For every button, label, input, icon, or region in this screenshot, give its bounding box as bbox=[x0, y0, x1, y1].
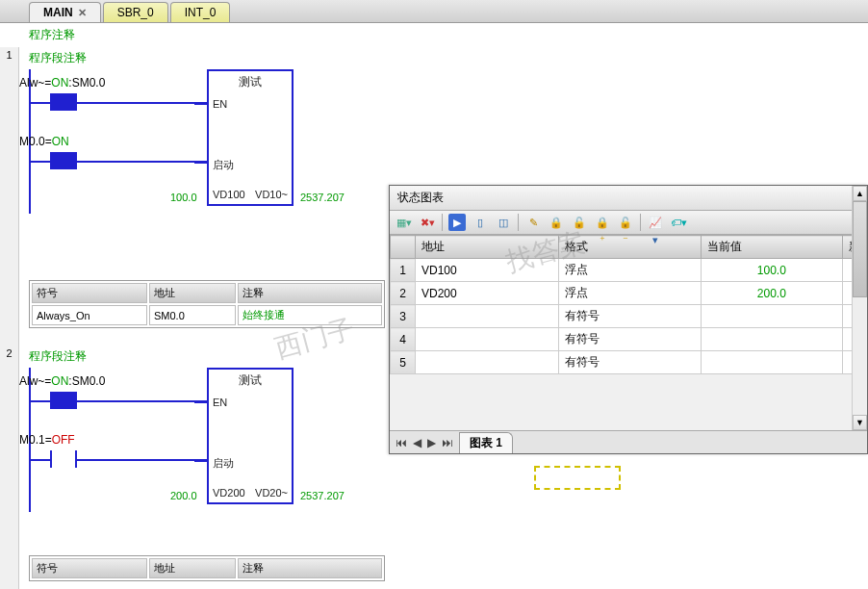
lock-icon[interactable]: 🔒 bbox=[548, 214, 565, 231]
program-tabs: MAIN ✕ SBR_0 INT_0 bbox=[0, 0, 868, 23]
symbol-table[interactable]: 符号地址注释 Always_OnSM0.0始终接通 bbox=[29, 280, 385, 328]
nav-prev-icon[interactable]: ◀ bbox=[413, 436, 421, 449]
trend-icon[interactable]: 📈▾ bbox=[647, 214, 664, 231]
nav-first-icon[interactable]: ⏮ bbox=[396, 436, 407, 449]
status-vscrollbar[interactable]: ▲ ▼ bbox=[852, 186, 867, 430]
close-icon[interactable]: ✕ bbox=[78, 7, 87, 19]
table-row: 2VD200浮点200.0 bbox=[391, 282, 867, 305]
fb-title: 测试 bbox=[209, 71, 292, 93]
chart-tab[interactable]: 图表 1 bbox=[459, 432, 513, 453]
status-tab-nav: ⏮ ◀ ▶ ⏭ 图表 1 bbox=[390, 430, 867, 453]
unlock-all-icon[interactable]: 🔓⁻ bbox=[617, 214, 634, 231]
network-comment[interactable]: 程序段注释 bbox=[0, 346, 390, 368]
tab-int0[interactable]: INT_0 bbox=[170, 2, 231, 22]
nav-last-icon[interactable]: ⏭ bbox=[442, 436, 453, 449]
symbol-table[interactable]: 符号地址注释 bbox=[29, 555, 385, 581]
status-chart-panel: 状态图表 ▦▾ ✖▾ ▶ ▯ ◫ ✎ 🔒 🔓 🔒⁺ 🔓⁻ 📈▾ 🏷▾ 地址 格式… bbox=[389, 185, 868, 454]
paste-icon[interactable]: ◫ bbox=[495, 214, 512, 231]
table-row: 1VD100浮点100.0 bbox=[391, 259, 867, 282]
lock-all-icon[interactable]: 🔒⁺ bbox=[594, 214, 611, 231]
tag-icon[interactable]: 🏷▾ bbox=[670, 214, 687, 231]
program-comment[interactable]: 程序注释 bbox=[0, 23, 390, 47]
status-table[interactable]: 地址 格式 当前值 新 1VD100浮点100.0 2VD200浮点200.0 … bbox=[390, 235, 867, 374]
edit-icon[interactable]: ✎ bbox=[524, 214, 542, 231]
ladder-editor[interactable]: 程序注释 1 程序段注释 Alw~=ON:SM0.0 bbox=[0, 23, 390, 589]
selection-marker bbox=[534, 466, 621, 490]
fb-test-box-b[interactable]: 测试 EN 启动 VD200 VD20~ bbox=[207, 368, 294, 504]
table-row: 3有符号 bbox=[391, 305, 867, 328]
scroll-down-icon[interactable]: ▼ bbox=[853, 415, 867, 430]
run-script-icon[interactable]: ▶ bbox=[448, 214, 466, 231]
copy-icon[interactable]: ▯ bbox=[472, 214, 489, 231]
table-row: 5有符号 bbox=[391, 351, 867, 374]
tab-main[interactable]: MAIN ✕ bbox=[29, 2, 101, 22]
tab-main-label: MAIN bbox=[43, 6, 73, 19]
tab-sbr0[interactable]: SBR_0 bbox=[103, 2, 168, 22]
network-comment[interactable]: 程序段注释 bbox=[0, 47, 390, 69]
new-icon[interactable]: ▦▾ bbox=[396, 214, 413, 231]
status-panel-title: 状态图表 bbox=[390, 186, 867, 211]
scroll-up-icon[interactable]: ▲ bbox=[853, 186, 867, 201]
fb-test-box[interactable]: 测试 EN 启动 VD100 VD10~ bbox=[207, 69, 294, 206]
table-row: 4有符号 bbox=[391, 328, 867, 351]
scroll-thumb[interactable] bbox=[853, 201, 867, 297]
nav-next-icon[interactable]: ▶ bbox=[427, 436, 436, 449]
status-toolbar: ▦▾ ✖▾ ▶ ▯ ◫ ✎ 🔒 🔓 🔒⁺ 🔓⁻ 📈▾ 🏷▾ bbox=[390, 211, 867, 235]
delete-icon[interactable]: ✖▾ bbox=[419, 214, 436, 231]
unlock-icon[interactable]: 🔓 bbox=[571, 214, 588, 231]
